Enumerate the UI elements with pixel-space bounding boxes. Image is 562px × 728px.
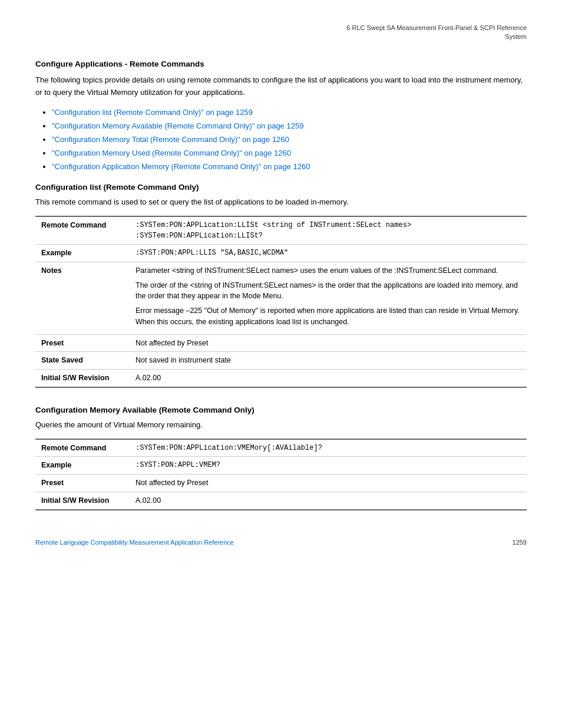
subsection2-desc: Queries the amount of Virtual Memory rem… <box>35 419 527 431</box>
row-label: Example <box>35 457 130 475</box>
header-line1: 6 RLC Swept SA Measurement Front-Panel &… <box>346 24 527 31</box>
command-table-2: Remote Command :SYSTem:PON:APPLication:V… <box>35 439 527 510</box>
bullet-list: "Configuration list (Remote Command Only… <box>35 108 527 171</box>
row-label: State Saved <box>35 352 130 370</box>
table-row: Initial S/W Revision A.02.00 <box>35 492 527 509</box>
config-list-link[interactable]: "Configuration list (Remote Command Only… <box>52 108 253 117</box>
config-memory-total-link[interactable]: "Configuration Memory Total (Remote Comm… <box>52 135 289 144</box>
config-memory-available-link[interactable]: "Configuration Memory Available (Remote … <box>52 121 303 130</box>
row-value: :SYST:PON:APPL:LLIS "SA,BASIC,WCDMA" <box>130 245 527 262</box>
row-value: A.02.00 <box>130 370 527 387</box>
row-label: Initial S/W Revision <box>35 370 130 387</box>
row-value: Parameter <string of INSTrument:SELect n… <box>130 262 527 334</box>
subsection1-desc: This remote command is used to set or qu… <box>35 196 527 209</box>
row-value: Not saved in instrument state <box>130 352 527 370</box>
table-row: Preset Not affected by Preset <box>35 334 527 352</box>
table-row: Notes Parameter <string of INSTrument:SE… <box>35 262 527 334</box>
command-table-1: Remote Command :SYSTem:PON:APPLication:L… <box>35 216 527 388</box>
list-item: "Configuration list (Remote Command Only… <box>52 108 527 117</box>
footer-text: Remote Language Compatibility Measuremen… <box>35 539 234 546</box>
row-value: Not affected by Preset <box>130 475 527 492</box>
note-2: The order of the <string of INSTrument:S… <box>135 280 521 302</box>
config-memory-used-link[interactable]: "Configuration Memory Used (Remote Comma… <box>52 149 291 157</box>
page: 6 RLC Swept SA Measurement Front-Panel &… <box>0 0 562 564</box>
table-row: State Saved Not saved in instrument stat… <box>35 352 527 370</box>
table-row: Initial S/W Revision A.02.00 <box>35 370 527 387</box>
list-item: "Configuration Memory Total (Remote Comm… <box>52 135 527 144</box>
row-value: Not affected by Preset <box>130 334 527 352</box>
note-3: Error message –225 "Out of Memory" is re… <box>135 305 521 328</box>
table-row: Preset Not affected by Preset <box>35 475 527 492</box>
page-number: 1259 <box>513 539 527 546</box>
row-label: Remote Command <box>35 439 130 457</box>
note-1: Parameter <string of INSTrument:SELect n… <box>135 265 521 276</box>
table-row: Remote Command :SYSTem:PON:APPLication:V… <box>35 439 527 457</box>
row-label: Preset <box>35 475 130 492</box>
row-label: Initial S/W Revision <box>35 492 130 509</box>
table-row: Remote Command :SYSTem:PON:APPLication:L… <box>35 216 527 245</box>
row-label: Remote Command <box>35 216 130 245</box>
subsection2-heading: Configuration Memory Available (Remote C… <box>35 406 527 414</box>
row-value: :SYSTem:PON:APPLication:LLISt <string of… <box>130 216 527 245</box>
list-item: "Configuration Memory Used (Remote Comma… <box>52 149 527 157</box>
row-value: :SYST:PON:APPL:VMEM? <box>130 457 527 475</box>
table-row: Example :SYST:PON:APPL:VMEM? <box>35 457 527 475</box>
page-footer: Remote Language Compatibility Measuremen… <box>0 539 562 546</box>
list-item: "Configuration Application Memory (Remot… <box>52 162 527 171</box>
page-header: 6 RLC Swept SA Measurement Front-Panel &… <box>35 24 527 42</box>
intro-text: The following topics provide details on … <box>35 74 527 99</box>
list-item: "Configuration Memory Available (Remote … <box>52 121 527 130</box>
row-label: Notes <box>35 262 130 334</box>
row-value: A.02.00 <box>130 492 527 509</box>
subsection1-heading: Configuration list (Remote Command Only) <box>35 183 527 192</box>
row-label: Example <box>35 245 130 262</box>
table-row: Example :SYST:PON:APPL:LLIS "SA,BASIC,WC… <box>35 245 527 262</box>
section-heading: Configure Applications - Remote Commands <box>35 60 527 68</box>
config-app-memory-link[interactable]: "Configuration Application Memory (Remot… <box>52 162 310 171</box>
header-line2: System <box>505 33 527 40</box>
row-value: :SYSTem:PON:APPLication:VMEMory[:AVAilab… <box>130 439 527 457</box>
row-label: Preset <box>35 334 130 352</box>
